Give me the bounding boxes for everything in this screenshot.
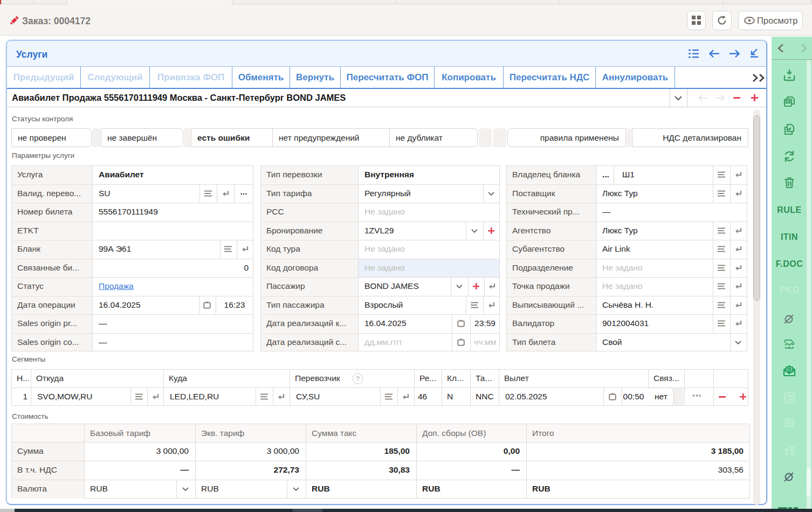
svg-text:?: ? — [356, 375, 360, 383]
